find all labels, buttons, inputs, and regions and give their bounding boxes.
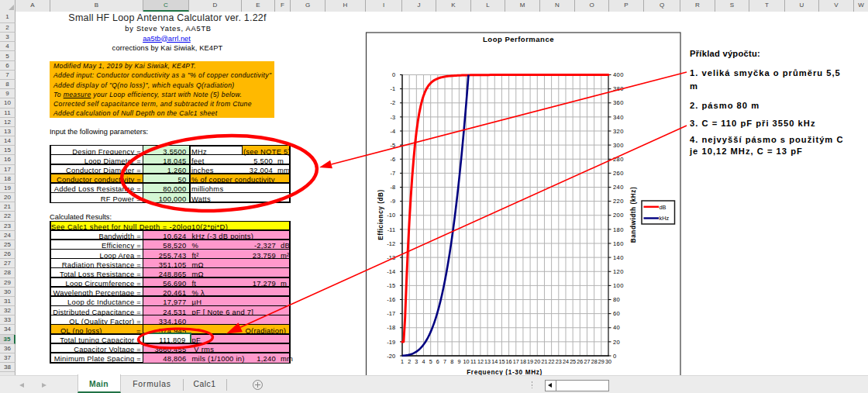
svg-text:17: 17: [513, 358, 519, 365]
svg-text:-18: -18: [387, 324, 395, 331]
svg-text:-20: -20: [387, 353, 395, 360]
svg-text:Efficiency (dB): Efficiency (dB): [377, 189, 384, 240]
svg-text:0: 0: [392, 71, 395, 78]
svg-text:27: 27: [584, 358, 590, 365]
svg-text:5: 5: [429, 358, 432, 365]
svg-text:180: 180: [613, 226, 624, 233]
svg-text:20: 20: [613, 339, 620, 346]
svg-text:3: 3: [415, 358, 418, 365]
svg-text:40: 40: [613, 324, 620, 331]
svg-text:-4: -4: [390, 128, 395, 135]
svg-text:Bandwidth (kHz): Bandwidth (kHz): [630, 187, 637, 243]
svg-text:-14: -14: [387, 268, 395, 275]
svg-text:300: 300: [613, 142, 624, 149]
svg-text:-2: -2: [390, 99, 395, 106]
svg-text:30: 30: [605, 358, 611, 365]
svg-text:6: 6: [436, 358, 439, 365]
svg-text:340: 340: [613, 114, 624, 121]
svg-text:1: 1: [401, 358, 404, 365]
svg-text:19: 19: [527, 358, 533, 365]
svg-text:-9: -9: [390, 198, 395, 205]
svg-text:24: 24: [563, 358, 569, 365]
svg-text:11: 11: [470, 358, 476, 365]
svg-text:Loop Performance: Loop Performance: [483, 35, 554, 43]
svg-text:21: 21: [541, 358, 547, 365]
svg-text:120: 120: [613, 268, 624, 275]
svg-text:2: 2: [408, 358, 411, 365]
svg-text:-10: -10: [387, 212, 395, 219]
svg-text:60: 60: [613, 310, 620, 317]
svg-text:200: 200: [613, 212, 624, 219]
svg-text:16: 16: [506, 358, 512, 365]
svg-text:-19: -19: [387, 339, 395, 346]
svg-text:7: 7: [443, 358, 446, 365]
svg-text:100: 100: [613, 282, 624, 289]
svg-text:-8: -8: [390, 184, 395, 191]
svg-text:22: 22: [549, 358, 555, 365]
svg-text:25: 25: [570, 358, 576, 365]
svg-text:-17: -17: [387, 310, 395, 317]
svg-text:10: 10: [463, 358, 470, 365]
svg-text:4: 4: [422, 358, 425, 365]
svg-text:0: 0: [613, 353, 617, 360]
svg-text:-15: -15: [387, 282, 395, 289]
svg-text:220: 220: [613, 198, 624, 205]
svg-text:400: 400: [613, 71, 624, 78]
svg-text:23: 23: [556, 358, 562, 365]
svg-text:29: 29: [598, 358, 604, 365]
svg-text:20: 20: [534, 358, 540, 365]
svg-text:80: 80: [613, 296, 620, 303]
svg-text:320: 320: [613, 128, 624, 135]
svg-text:12: 12: [477, 358, 484, 365]
svg-text:-3: -3: [390, 114, 395, 121]
svg-text:360: 360: [613, 99, 624, 106]
svg-text:13: 13: [484, 358, 491, 365]
svg-text:14: 14: [491, 358, 498, 365]
svg-text:-1: -1: [390, 85, 395, 92]
svg-text:9: 9: [457, 358, 460, 365]
svg-text:-12: -12: [387, 240, 395, 247]
svg-text:kHz: kHz: [660, 215, 670, 222]
svg-text:15: 15: [498, 358, 505, 365]
svg-text:140: 140: [613, 254, 624, 261]
svg-text:-11: -11: [388, 226, 395, 233]
svg-text:160: 160: [613, 240, 624, 247]
svg-text:18: 18: [520, 358, 526, 365]
svg-text:240: 240: [613, 184, 624, 191]
svg-text:dB: dB: [660, 204, 666, 211]
svg-text:8: 8: [450, 358, 453, 365]
svg-text:260: 260: [613, 170, 624, 177]
svg-text:-16: -16: [387, 296, 395, 303]
svg-text:28: 28: [591, 358, 598, 365]
svg-text:-7: -7: [390, 170, 395, 177]
svg-text:-6: -6: [390, 156, 395, 163]
svg-text:26: 26: [577, 358, 583, 365]
